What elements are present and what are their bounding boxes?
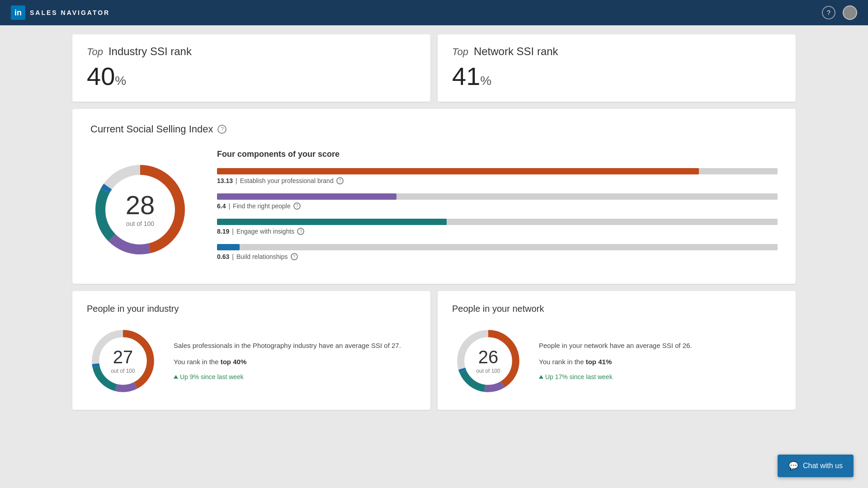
header: in SALES NAVIGATOR ? — [0, 0, 868, 25]
industry-people-label: out of 100 — [111, 368, 135, 374]
industry-top-label: Top — [87, 46, 103, 58]
ssi-donut: 28 out of 100 — [90, 160, 190, 259]
industry-people-title: People in your industry — [87, 304, 416, 314]
component-build-relationships: 0.63 | Build relationships ? — [217, 244, 778, 260]
network-rank-card: Top Network SSI rank 41% — [438, 34, 796, 102]
industry-rank-title: Industry SSI rank — [108, 45, 192, 58]
network-donut-center: 26 out of 100 — [476, 348, 500, 374]
industry-people-card: People in your industry 27 out of 100 — [72, 291, 430, 410]
network-rank-percent: % — [480, 74, 491, 88]
components-section: Four components of your score 13.13 | Es… — [217, 150, 778, 269]
component-bar-fill-3 — [217, 219, 447, 225]
industry-people-score: 27 — [111, 348, 135, 366]
network-rank-number: 41 — [452, 62, 480, 90]
avatar[interactable] — [843, 5, 857, 20]
component-label-3: 8.19 | Engage with insights ? — [217, 228, 778, 235]
component-engage-insights: 8.19 | Engage with insights ? — [217, 219, 778, 235]
industry-people-donut: 27 out of 100 — [87, 325, 159, 397]
network-people-card: People in your network 26 out of 100 — [438, 291, 796, 410]
network-people-donut: 26 out of 100 — [452, 325, 524, 397]
component-professional-brand: 13.13 | Establish your professional bran… — [217, 168, 778, 184]
network-people-content: 26 out of 100 People in your network hav… — [452, 325, 781, 397]
component-bar-track-1 — [217, 168, 778, 174]
network-rank-title: Network SSI rank — [474, 45, 558, 58]
app-title: SALES NAVIGATOR — [30, 9, 110, 16]
people-row: People in your industry 27 out of 100 — [72, 291, 796, 410]
industry-rank-number: 40 — [87, 62, 115, 90]
component-bar-fill-2 — [217, 193, 396, 200]
ssi-card-title: Current Social Selling Index ? — [90, 123, 778, 135]
up-arrow-network-icon — [539, 375, 543, 379]
rank-row: Top Industry SSI rank 40% Top Network SS… — [72, 34, 796, 102]
components-title: Four components of your score — [217, 150, 778, 159]
component-help-icon-2[interactable]: ? — [293, 202, 301, 210]
component-value-1: 13.13 — [217, 177, 233, 184]
component-bar-fill-1 — [217, 168, 699, 174]
component-label-1: 13.13 | Establish your professional bran… — [217, 177, 778, 184]
linkedin-logo: in — [11, 5, 25, 20]
component-help-icon-4[interactable]: ? — [291, 253, 298, 260]
industry-donut-center: 27 out of 100 — [111, 348, 135, 374]
component-bar-fill-4 — [217, 244, 240, 250]
network-people-description: People in your network have an average S… — [539, 340, 692, 382]
network-people-label: out of 100 — [476, 368, 500, 374]
network-rank-value-row: 41% — [452, 61, 781, 91]
ssi-donut-center: 28 out of 100 — [126, 192, 155, 227]
ssi-score-label: out of 100 — [126, 220, 155, 227]
industry-rank-card: Top Industry SSI rank 40% — [72, 34, 430, 102]
industry-up-indicator: Up 9% since last week — [174, 372, 401, 382]
component-label-2: 6.4 | Find the right people ? — [217, 202, 778, 210]
help-icon[interactable]: ? — [822, 6, 835, 19]
industry-rank-percent: % — [115, 74, 126, 88]
header-right: ? — [822, 5, 857, 20]
chat-button[interactable]: 💬 Chat with us — [778, 455, 854, 477]
up-arrow-icon — [174, 375, 178, 379]
industry-people-description: Sales professionals in the Photography i… — [174, 340, 401, 382]
component-bar-track-2 — [217, 193, 778, 200]
component-bar-track-3 — [217, 219, 778, 225]
chat-label: Chat with us — [803, 462, 843, 470]
component-value-4: 0.63 — [217, 253, 229, 260]
header-left: in SALES NAVIGATOR — [11, 5, 110, 20]
network-people-score: 26 — [476, 348, 500, 366]
network-top-label: Top — [452, 46, 468, 58]
industry-rank-header: Top Industry SSI rank — [87, 45, 416, 58]
ssi-content: 28 out of 100 Four components of your sc… — [90, 150, 778, 269]
component-value-3: 8.19 — [217, 228, 229, 235]
main-content: Top Industry SSI rank 40% Top Network SS… — [0, 25, 868, 419]
component-bar-track-4 — [217, 244, 778, 250]
chat-icon: 💬 — [788, 461, 798, 471]
network-people-title: People in your network — [452, 304, 781, 314]
component-value-2: 6.4 — [217, 202, 226, 210]
component-find-people: 6.4 | Find the right people ? — [217, 193, 778, 210]
ssi-card: Current Social Selling Index ? — [72, 109, 796, 284]
component-help-icon-3[interactable]: ? — [297, 228, 304, 235]
ssi-help-icon[interactable]: ? — [217, 125, 226, 134]
network-up-indicator: Up 17% since last week — [539, 372, 692, 382]
industry-rank-value-row: 40% — [87, 61, 416, 91]
industry-people-content: 27 out of 100 Sales professionals in the… — [87, 325, 416, 397]
component-help-icon-1[interactable]: ? — [336, 177, 344, 184]
ssi-score: 28 — [126, 192, 155, 218]
component-label-4: 0.63 | Build relationships ? — [217, 253, 778, 260]
network-rank-header: Top Network SSI rank — [452, 45, 781, 58]
